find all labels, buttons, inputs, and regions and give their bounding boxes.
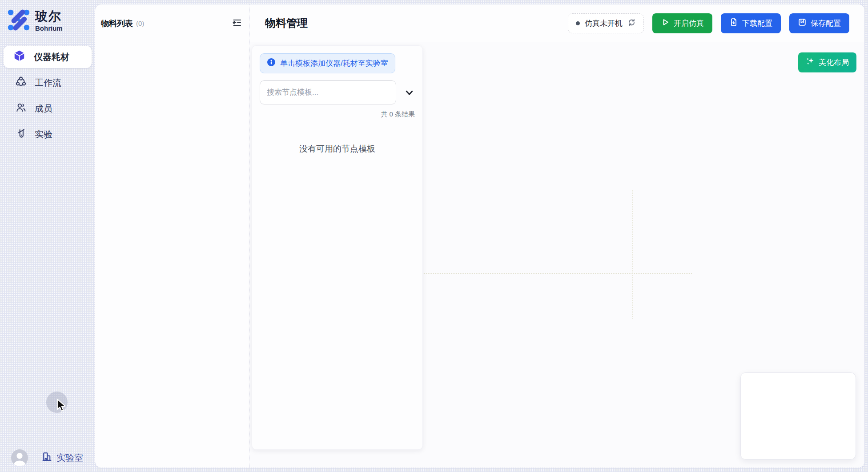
content-card: 物料列表 (0) 物料管理	[95, 4, 864, 468]
empty-template-message: 没有可用的节点模板	[260, 143, 415, 155]
material-list-panel: 物料列表 (0)	[95, 4, 249, 468]
status-dot	[576, 21, 580, 25]
simulation-status-pill[interactable]: 仿真未开机	[568, 13, 644, 33]
info-icon	[267, 58, 276, 69]
save-icon	[798, 18, 807, 29]
collapse-panel-button[interactable]	[230, 17, 244, 30]
bohrium-logo-icon	[7, 8, 30, 33]
start-simulation-label: 开启仿真	[674, 18, 704, 28]
sidebar-nav: 仪器耗材 工作流	[0, 46, 95, 145]
template-search-row	[260, 80, 415, 104]
sidebar-footer: 实验室	[11, 449, 83, 466]
save-config-label: 保存配置	[811, 18, 841, 28]
template-hint-banner: 单击模板添加仪器/耗材至实验室	[260, 53, 395, 73]
chevron-down-icon[interactable]	[403, 87, 415, 98]
node-template-panel: 单击模板添加仪器/耗材至实验室 共 0 条结果 没有可用的节点模板	[252, 45, 423, 450]
sparkles-icon	[806, 57, 815, 68]
search-input[interactable]	[260, 80, 396, 104]
brand-text: 玻尔 Bohrium	[35, 10, 63, 32]
canvas-guide-horizontal	[422, 273, 692, 274]
sidebar-item-instruments[interactable]: 仪器耗材	[4, 46, 92, 68]
lab-label: 实验室	[56, 452, 83, 464]
experiment-icon	[16, 128, 26, 141]
page-title: 物料管理	[265, 16, 308, 30]
material-list-count: (0)	[136, 20, 144, 27]
collapse-panel-icon	[232, 17, 242, 30]
members-icon	[16, 102, 26, 115]
download-config-button[interactable]: 下载配置	[721, 13, 781, 33]
brand: 玻尔 Bohrium	[7, 8, 95, 33]
app-root: 玻尔 Bohrium 仪器耗材	[0, 0, 868, 472]
beautify-layout-label: 美化布局	[819, 57, 849, 68]
beautify-layout-button[interactable]: 美化布局	[798, 52, 856, 72]
sidebar-item-experiments[interactable]: 实验	[4, 123, 92, 145]
building-icon	[41, 451, 52, 464]
sidebar-item-label: 成员	[35, 103, 52, 115]
workflow-icon	[16, 76, 26, 89]
sidebar: 玻尔 Bohrium 仪器耗材	[0, 0, 95, 472]
start-simulation-button[interactable]: 开启仿真	[652, 13, 712, 33]
sidebar-item-workflow[interactable]: 工作流	[4, 72, 92, 94]
save-config-button[interactable]: 保存配置	[789, 13, 849, 33]
result-count: 共 0 条结果	[260, 110, 415, 119]
sidebar-item-label: 仪器耗材	[34, 51, 69, 63]
minimap[interactable]	[740, 372, 856, 460]
sidebar-item-members[interactable]: 成员	[4, 97, 92, 120]
avatar[interactable]	[11, 449, 28, 466]
cube-icon	[14, 50, 25, 64]
refresh-icon[interactable]	[627, 18, 636, 28]
brand-name-cn: 玻尔	[35, 10, 63, 24]
sidebar-item-label: 工作流	[35, 77, 61, 89]
canvas-guide-vertical	[632, 190, 633, 319]
sidebar-item-label: 实验	[35, 128, 52, 140]
main-header: 物料管理 仿真未开机	[250, 4, 864, 42]
material-list-title: 物料列表	[101, 18, 133, 29]
material-list-header: 物料列表 (0)	[95, 4, 249, 42]
lab-switcher[interactable]: 实验室	[41, 451, 83, 464]
flow-canvas[interactable]: 单击模板添加仪器/耗材至实验室 共 0 条结果 没有可用的节点模板	[250, 42, 864, 468]
file-download-icon	[729, 18, 738, 29]
download-config-label: 下载配置	[742, 18, 772, 28]
play-icon	[661, 18, 670, 29]
main-panel: 物料管理 仿真未开机	[249, 4, 864, 468]
brand-name-en: Bohrium	[35, 24, 63, 32]
status-label: 仿真未开机	[585, 18, 623, 28]
template-hint-text: 单击模板添加仪器/耗材至实验室	[280, 58, 388, 68]
